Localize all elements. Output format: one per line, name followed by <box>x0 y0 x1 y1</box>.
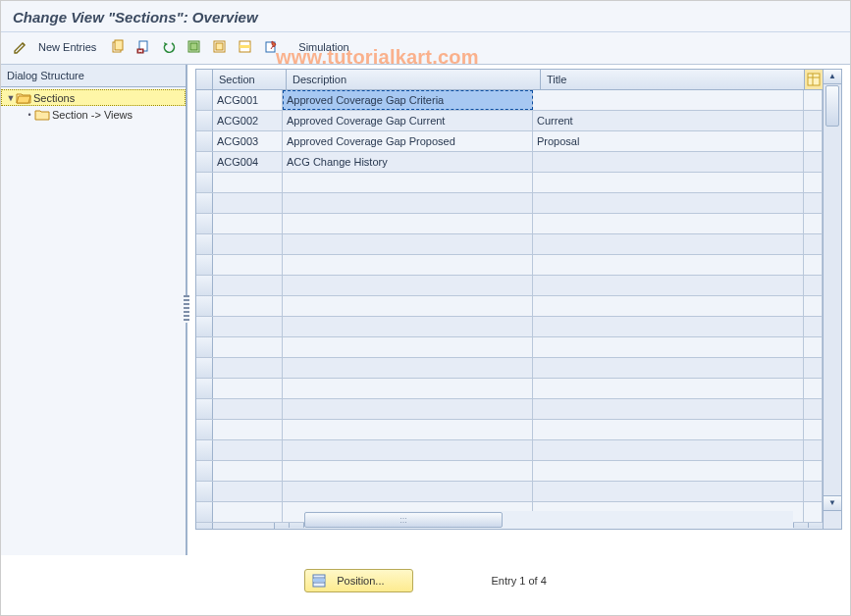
row-selector[interactable] <box>196 399 213 419</box>
row-selector[interactable] <box>196 234 213 254</box>
cell-spacer <box>804 296 823 316</box>
table-row <box>196 482 823 502</box>
table-row[interactable]: ACG004ACG Change History <box>196 152 823 173</box>
undo-button[interactable] <box>159 38 179 56</box>
row-selector[interactable] <box>196 379 213 398</box>
cell-description <box>283 420 533 439</box>
table-header-row: Section Description Title <box>196 70 823 90</box>
table-row[interactable]: ACG002Approved Coverage Gap CurrentCurre… <box>196 111 823 131</box>
cell-title <box>533 337 804 357</box>
row-selector[interactable] <box>196 131 213 151</box>
scroll-up-button[interactable]: ▲ <box>824 70 841 84</box>
cell-title[interactable]: Proposal <box>533 131 804 151</box>
collapse-icon[interactable]: ▼ <box>6 93 16 103</box>
cell-description[interactable]: Approved Coverage Gap Proposed <box>283 131 533 151</box>
simulation-button[interactable]: Simulation <box>296 41 354 53</box>
new-entries-button[interactable]: New Entries <box>36 41 102 53</box>
row-selector[interactable] <box>196 193 213 213</box>
cell-description <box>283 255 533 275</box>
row-selector[interactable] <box>196 152 213 172</box>
cell-section[interactable]: ACG003 <box>213 131 283 151</box>
row-selector[interactable] <box>196 90 213 110</box>
vertical-scrollbar[interactable]: ▲ ▼ <box>823 70 841 510</box>
cell-spacer <box>804 131 823 151</box>
svg-rect-16 <box>313 579 325 582</box>
row-selector[interactable] <box>196 317 213 336</box>
cell-section <box>213 379 283 398</box>
cell-title <box>533 379 804 398</box>
footer: Position... Entry 1 of 4 <box>1 555 850 606</box>
cell-description <box>283 379 533 398</box>
position-button[interactable]: Position... <box>304 569 412 592</box>
delete-button[interactable] <box>133 38 153 56</box>
table-config-button[interactable] <box>805 70 823 89</box>
cell-title[interactable]: Current <box>533 111 804 130</box>
scroll-thumb[interactable] <box>825 85 839 127</box>
cell-section <box>213 214 283 233</box>
table-row <box>196 296 823 317</box>
deselect-all-button[interactable] <box>210 38 230 56</box>
cell-title <box>533 440 804 460</box>
cell-description[interactable]: Approved Coverage Gap Criteria <box>283 90 533 110</box>
row-selector[interactable] <box>196 276 213 295</box>
row-selector[interactable] <box>196 111 213 130</box>
row-selector[interactable] <box>196 255 213 275</box>
row-selector[interactable] <box>196 440 213 460</box>
title-bar: Change View "Sections": Overview <box>1 1 850 32</box>
cell-description[interactable]: ACG Change History <box>283 152 533 172</box>
cell-section <box>213 399 283 419</box>
undo-icon <box>161 39 177 55</box>
cell-section <box>213 482 283 501</box>
scroll-down-button[interactable]: ▼ <box>824 495 841 510</box>
select-block-button[interactable] <box>236 38 255 56</box>
cell-title <box>533 399 804 419</box>
cell-section <box>213 461 283 481</box>
row-selector[interactable] <box>196 358 213 378</box>
pin-sheet-icon <box>263 39 279 55</box>
row-selector[interactable] <box>196 502 213 522</box>
cell-title[interactable] <box>533 152 804 172</box>
column-header-title[interactable]: Title <box>541 70 805 89</box>
cell-description[interactable]: Approved Coverage Gap Current <box>283 111 533 130</box>
hscroll-thumb[interactable]: ::: <box>304 512 503 528</box>
row-selector[interactable] <box>196 296 213 316</box>
hscroll-track[interactable]: ::: <box>304 511 793 529</box>
cell-section <box>213 440 283 460</box>
pane-splitter[interactable] <box>184 295 189 323</box>
cell-section <box>213 255 283 275</box>
table-row <box>196 461 823 482</box>
row-selector[interactable] <box>196 337 213 357</box>
row-selector[interactable] <box>196 482 213 501</box>
cell-spacer <box>804 234 823 254</box>
toggle-edit-button[interactable] <box>11 38 30 56</box>
copy-as-button[interactable] <box>108 38 128 56</box>
hscroll-corner-right <box>823 511 841 529</box>
cell-section[interactable]: ACG004 <box>213 152 283 172</box>
select-all-button[interactable] <box>185 38 204 56</box>
cell-section[interactable]: ACG002 <box>213 111 283 130</box>
tree-node-section-views[interactable]: • Section -> Views <box>1 106 186 123</box>
table-row <box>196 358 823 379</box>
cell-section <box>213 173 283 192</box>
column-header-section[interactable]: Section <box>213 70 287 89</box>
cell-title <box>533 317 804 336</box>
row-selector[interactable] <box>196 461 213 481</box>
row-selector[interactable] <box>196 420 213 439</box>
table-row[interactable]: ACG001Approved Coverage Gap Criteria <box>196 90 823 111</box>
row-selector[interactable] <box>196 214 213 233</box>
row-selector[interactable] <box>196 173 213 192</box>
cell-spacer <box>804 502 823 522</box>
column-header-description[interactable]: Description <box>287 70 541 89</box>
entry-count-text: Entry 1 of 4 <box>492 575 547 587</box>
cell-section <box>213 276 283 295</box>
cell-title <box>533 296 804 316</box>
configure-button[interactable] <box>261 38 281 56</box>
cell-section <box>213 317 283 336</box>
tree-node-sections[interactable]: ▼ Sections <box>1 89 186 106</box>
cell-title[interactable] <box>533 90 804 110</box>
cell-section[interactable]: ACG001 <box>213 90 283 110</box>
select-all-icon <box>186 39 202 55</box>
position-button-label: Position... <box>337 575 384 587</box>
table-row[interactable]: ACG003Approved Coverage Gap ProposedProp… <box>196 131 823 152</box>
cell-description <box>283 214 533 233</box>
